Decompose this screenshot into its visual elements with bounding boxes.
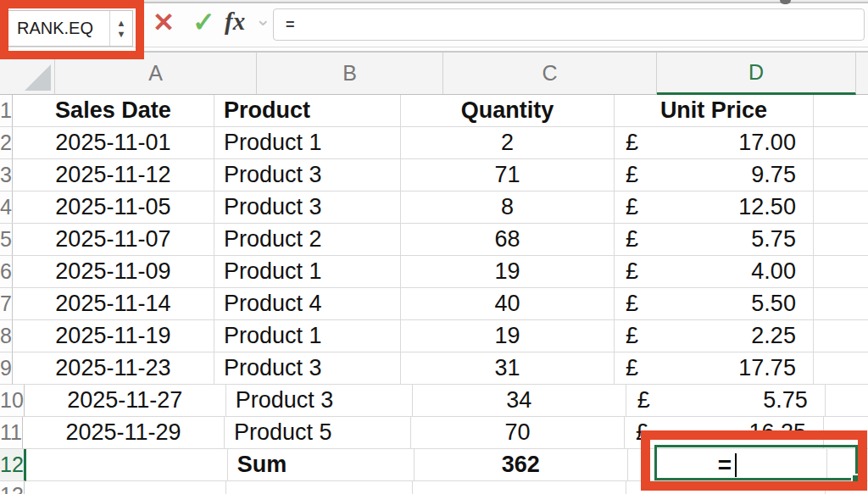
cell-product[interactable]: Product 1 [214,127,401,159]
cell-empty[interactable] [814,127,868,159]
table-row: 4 2025-11-05 Product 3 8 £ 12.50 [0,191,868,224]
cell-empty[interactable] [25,481,226,494]
row-header[interactable]: 3 [0,159,13,191]
cell-date[interactable]: 2025-11-01 [13,127,214,159]
cell-empty[interactable] [814,224,868,256]
toolbar-top-divider [0,2,868,3]
cell-empty[interactable] [814,191,868,224]
cell-quantity[interactable]: 71 [401,159,615,191]
cell-d1-unit-price[interactable]: Unit Price [615,95,814,127]
row-header[interactable]: 10 [0,385,25,417]
cell-empty[interactable] [814,352,868,385]
cell-product[interactable]: Product 5 [225,417,411,449]
stepper-up-icon[interactable]: ▲ [117,19,126,28]
chevron-down-icon[interactable]: ⌄ [255,10,270,29]
cell-quantity[interactable]: 31 [401,352,615,385]
cell-empty[interactable] [814,256,868,288]
row-header[interactable]: 5 [0,224,13,256]
column-header-b[interactable]: B [257,53,443,95]
select-all-corner[interactable] [0,53,55,95]
cell-empty[interactable] [826,385,868,417]
name-box-stepper[interactable]: ▲ ▼ [109,11,132,46]
cell-c1-quantity[interactable]: Quantity [401,95,615,127]
cell-empty[interactable] [814,288,868,320]
table-row: 7 2025-11-14 Product 4 40 £ 5.50 [0,288,868,320]
formula-bar-input[interactable]: = [273,8,865,41]
cell-product[interactable]: Product 3 [226,385,413,417]
stepper-down-icon[interactable]: ▼ [117,30,126,39]
cell-empty[interactable] [626,481,826,494]
cell-e1[interactable] [814,95,868,127]
cancel-icon[interactable]: ✕ [153,9,175,36]
cell-a12-empty[interactable] [26,449,228,481]
column-header-row: A B C D [0,53,868,95]
row-header-13[interactable]: 13 [0,481,25,494]
cell-date[interactable]: 2025-11-19 [13,320,214,352]
cell-empty[interactable] [226,481,413,494]
cell-empty[interactable] [814,159,868,191]
cell-unit-price[interactable]: £ 17.00 [615,127,814,159]
cell-date[interactable]: 2025-11-27 [25,385,226,417]
column-header-c[interactable]: C [443,53,657,95]
cell-b1-product[interactable]: Product [214,95,401,127]
fill-handle[interactable] [851,474,861,484]
cell-product[interactable]: Product 4 [214,288,401,320]
row-header-12-active[interactable]: 12 [0,449,26,481]
cell-quantity[interactable]: 40 [401,288,615,320]
cell-unit-price[interactable]: £ 5.75 [626,385,826,417]
cell-product[interactable]: Product 3 [214,352,401,385]
cell-product[interactable]: Product 1 [214,320,401,352]
insert-function-icon[interactable]: fx [225,9,245,34]
cell-empty[interactable] [814,320,868,352]
cell-date[interactable]: 2025-11-05 [13,191,214,224]
cell-quantity[interactable]: 70 [411,417,625,449]
row-header[interactable]: 7 [0,288,13,320]
cell-quantity[interactable]: 68 [401,224,615,256]
cell-date[interactable]: 2025-11-12 [13,159,214,191]
cell-empty[interactable] [413,481,626,494]
row-header-1[interactable]: 1 [0,95,13,127]
cell-unit-price[interactable]: £ 2.25 [615,320,814,352]
table-row: 9 2025-11-23 Product 3 31 £ 17.75 [0,352,868,385]
cell-date[interactable]: 2025-11-07 [13,224,214,256]
cell-unit-price[interactable]: £ 12.50 [615,191,814,224]
cell-product[interactable]: Product 3 [214,191,401,224]
row-header[interactable]: 2 [0,127,13,159]
cell-quantity[interactable]: 34 [413,385,626,417]
row-header[interactable]: 8 [0,320,13,352]
name-box-value[interactable]: RANK.EQ [8,11,109,46]
cell-unit-price[interactable]: £ 5.50 [615,288,814,320]
cell-a1-sales-date[interactable]: Sales Date [13,95,214,127]
cell-date[interactable]: 2025-11-29 [23,417,225,449]
cell-product[interactable]: Product 3 [214,159,401,191]
cell-quantity[interactable]: 2 [401,127,615,159]
cell-empty[interactable] [826,481,868,494]
cell-product[interactable]: Product 1 [214,256,401,288]
price-value: 17.75 [738,355,796,381]
active-cell-selection-border[interactable] [654,445,858,480]
currency-symbol: £ [626,130,638,156]
row-header[interactable]: 6 [0,256,13,288]
cell-unit-price[interactable]: £ 4.00 [615,256,814,288]
cell-quantity[interactable]: 8 [401,191,615,224]
cell-unit-price[interactable]: £ 9.75 [615,159,814,191]
row-header[interactable]: 11 [0,417,23,449]
name-box[interactable]: RANK.EQ ▲ ▼ [8,10,133,47]
cell-date[interactable]: 2025-11-09 [13,256,214,288]
row-header[interactable]: 9 [0,352,13,385]
column-header-a[interactable]: A [55,53,257,95]
cell-b12-sum-label[interactable]: Sum [228,449,415,481]
cell-unit-price[interactable]: £ 17.75 [615,352,814,385]
cell-unit-price[interactable]: £ 5.75 [615,224,814,256]
column-header-d-selected[interactable]: D [657,53,856,95]
column-header-spacer [856,53,868,95]
row-header[interactable]: 4 [0,191,13,224]
price-value: 16.25 [748,419,806,446]
accept-icon[interactable]: ✓ [192,8,215,36]
cell-date[interactable]: 2025-11-14 [13,288,214,320]
cell-c12-total[interactable]: 362 [415,449,628,481]
cell-quantity[interactable]: 19 [401,256,615,288]
cell-date[interactable]: 2025-11-23 [13,352,214,385]
cell-product[interactable]: Product 2 [214,224,401,256]
cell-quantity[interactable]: 19 [401,320,615,352]
